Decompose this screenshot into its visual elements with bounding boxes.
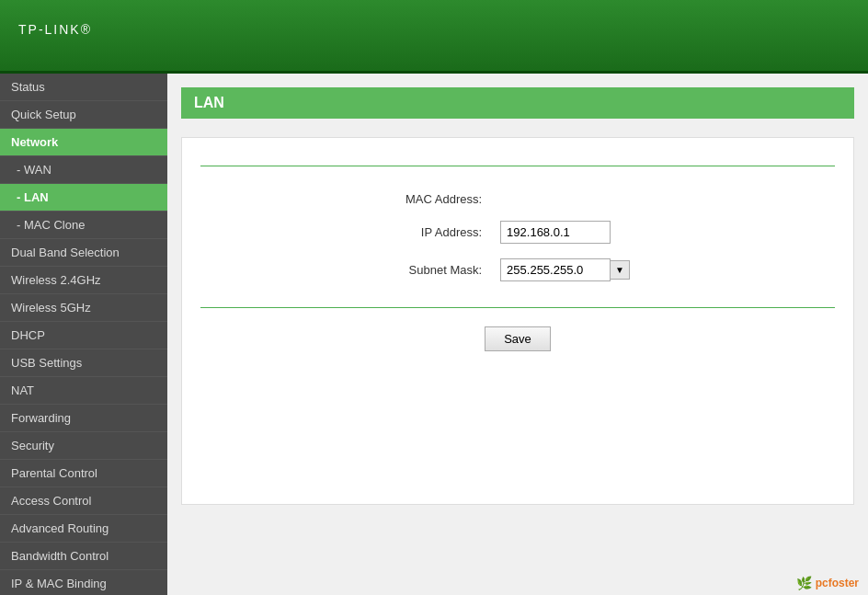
mac-address-row: MAC Address:	[396, 185, 639, 213]
sidebar-item-nat[interactable]: NAT	[0, 377, 167, 405]
subnet-mask-label: Subnet Mask:	[396, 251, 491, 289]
ip-address-row: IP Address:	[396, 213, 639, 251]
sidebar-item-advanced-routing[interactable]: Advanced Routing	[0, 515, 167, 543]
ip-address-input[interactable]	[500, 221, 611, 244]
sidebar-item-dhcp[interactable]: DHCP	[0, 322, 167, 349]
sidebar-item-bandwidth-control[interactable]: Bandwidth Control	[0, 543, 167, 570]
mac-address-label: MAC Address:	[396, 185, 491, 213]
sidebar-item-lan[interactable]: - LAN	[0, 184, 167, 212]
mac-address-value	[491, 185, 639, 213]
footer-watermark: 🌿 pcfoster	[796, 576, 859, 590]
subnet-mask-cell: ▼	[491, 251, 639, 289]
sidebar: Status Quick Setup Network - WAN - LAN -…	[0, 74, 167, 595]
sidebar-item-mac-clone[interactable]: - MAC Clone	[0, 212, 167, 239]
subnet-mask-row: Subnet Mask: ▼	[396, 251, 639, 289]
sidebar-item-parental-control[interactable]: Parental Control	[0, 460, 167, 487]
sidebar-item-access-control[interactable]: Access Control	[0, 487, 167, 515]
sidebar-item-network[interactable]: Network	[0, 129, 167, 156]
header: TP-LINK®	[0, 0, 868, 74]
sidebar-item-status[interactable]: Status	[0, 74, 167, 101]
sidebar-item-wan[interactable]: - WAN	[0, 156, 167, 184]
page-title: LAN	[181, 87, 854, 119]
sidebar-item-security[interactable]: Security	[0, 432, 167, 460]
pcfoster-text: pcfoster	[816, 577, 859, 589]
sidebar-item-quick-setup[interactable]: Quick Setup	[0, 101, 167, 129]
main-layout: Status Quick Setup Network - WAN - LAN -…	[0, 74, 868, 595]
lan-form-table: MAC Address: IP Address: Subnet Mask: ▼	[396, 185, 639, 289]
ip-address-cell	[491, 213, 639, 251]
sidebar-item-wireless-24[interactable]: Wireless 2.4GHz	[0, 267, 167, 294]
save-row: Save	[200, 317, 835, 351]
sidebar-item-forwarding[interactable]: Forwarding	[0, 405, 167, 432]
ip-address-label: IP Address:	[396, 213, 491, 251]
top-divider	[200, 166, 835, 166]
subnet-mask-input[interactable]	[500, 258, 611, 281]
bottom-divider	[200, 307, 835, 308]
main-content: LAN MAC Address: IP Address: Subnet Mask…	[167, 74, 868, 595]
sidebar-item-usb-settings[interactable]: USB Settings	[0, 349, 167, 377]
tp-link-logo: TP-LINK®	[18, 18, 92, 52]
save-button[interactable]: Save	[485, 326, 551, 351]
sidebar-item-ip-mac-binding[interactable]: IP & MAC Binding	[0, 570, 167, 595]
sidebar-item-wireless-5[interactable]: Wireless 5GHz	[0, 294, 167, 322]
sidebar-item-dual-band[interactable]: Dual Band Selection	[0, 239, 167, 267]
subnet-mask-select: ▼	[500, 258, 630, 281]
subnet-dropdown-arrow[interactable]: ▼	[611, 260, 630, 280]
content-area: MAC Address: IP Address: Subnet Mask: ▼	[181, 137, 854, 505]
pcfoster-leaf-icon: 🌿	[796, 576, 812, 590]
